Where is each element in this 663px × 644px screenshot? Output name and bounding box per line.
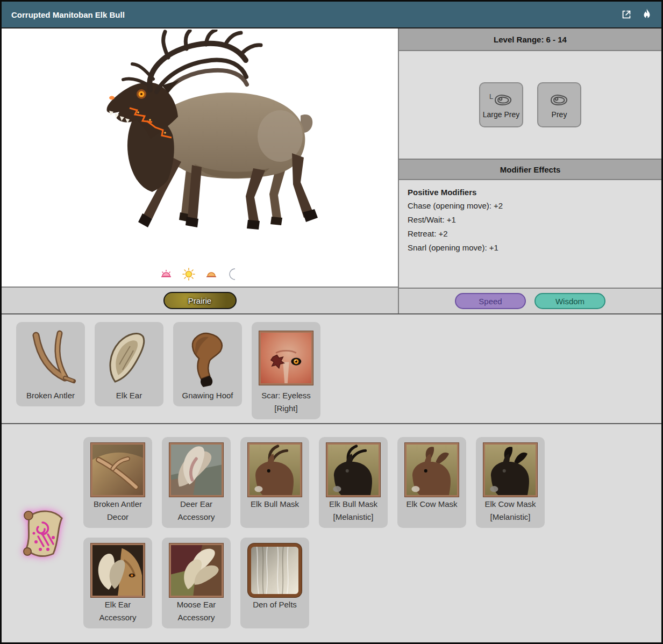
drop-card-elk-ear[interactable]: Elk Ear — [95, 322, 163, 406]
creature-image-panel — [2, 28, 398, 287]
prey-button[interactable]: Prey — [537, 82, 581, 127]
prey-label: Prey — [552, 110, 567, 119]
crafting-section: Broken Antler Decor Deer Ear Accessory — [2, 424, 661, 642]
drops-section: Broken Antler Elk Ear — [2, 314, 661, 424]
drop-label: Scar: Eyeless — [254, 389, 318, 402]
steak-icon — [550, 93, 569, 107]
biome-row: Prairie — [2, 287, 398, 313]
drop-card-scar-eyeless-right[interactable]: Scar: Eyeless [Right] — [252, 322, 320, 419]
steak-icon — [494, 93, 513, 107]
recipe-scroll-icon[interactable] — [12, 503, 73, 563]
corrupted-elk-illustration — [87, 30, 334, 258]
craft-card-den-of-pelts[interactable]: Den of Pelts — [240, 538, 309, 628]
dawn-icon — [159, 267, 173, 281]
elk-ear-accessory-thumbnail — [91, 543, 145, 597]
craft-card-elk-bull-mask-melanistic[interactable]: Elk Bull Mask [Melanistic] — [319, 437, 388, 528]
drop-card-gnawing-hoof[interactable]: Gnawing Hoof — [173, 322, 242, 406]
modifier-effects-header: Modifier Effects — [399, 160, 661, 180]
craft-card-elk-bull-mask[interactable]: Elk Bull Mask — [240, 437, 309, 528]
craft-card-elk-cow-mask-melanistic[interactable]: Elk Cow Mask [Melanistic] — [476, 437, 545, 528]
elk-bull-mask-thumbnail — [248, 443, 302, 497]
craft-card-elk-cow-mask[interactable]: Elk Cow Mask — [397, 437, 466, 528]
stat-buttons-row: Speed Wisdom — [399, 289, 661, 313]
drop-label: Broken Antler — [19, 389, 82, 402]
modifier-effects-body: Positive Modifiers Chase (opening move):… — [399, 180, 661, 289]
biome-button-prairie[interactable]: Prairie — [163, 292, 237, 309]
external-link-icon[interactable] — [621, 9, 632, 20]
prey-types-panel: L Large Prey — [399, 51, 661, 160]
elk-cow-mask-melanistic-thumbnail — [483, 443, 537, 497]
den-of-pelts-thumbnail — [248, 543, 302, 597]
moose-ear-accessory-thumbnail — [169, 543, 223, 597]
active-times-row — [2, 267, 398, 281]
day-icon — [182, 267, 196, 281]
craft-card-deer-ear-accessory[interactable]: Deer Ear Accessory — [162, 437, 231, 528]
elk-cow-mask-thumbnail — [405, 443, 459, 497]
drop-label: Elk Ear — [97, 389, 161, 402]
gnawing-hoof-image — [180, 327, 236, 389]
large-prey-label: Large Prey — [483, 110, 519, 119]
modifier-line: Snarl (opening move): +1 — [408, 243, 653, 252]
creature-codex-page: Corrupted Manitoban Elk Bull — [0, 0, 663, 644]
modifier-line: Chase (opening move): +2 — [408, 201, 653, 210]
deer-ear-accessory-thumbnail — [169, 443, 223, 497]
drop-card-broken-antler[interactable]: Broken Antler — [16, 322, 85, 406]
level-range-header: Level Range: 6 - 14 — [399, 28, 661, 51]
stat-button-wisdom[interactable]: Wisdom — [534, 293, 605, 309]
elk-ear-image — [101, 328, 157, 388]
drop-label: Gnawing Hoof — [176, 389, 239, 402]
scar-eyeless-thumbnail — [259, 331, 313, 385]
large-prey-badge: L — [489, 92, 493, 101]
night-icon — [227, 267, 241, 281]
craftable-items-grid: Broken Antler Decor Deer Ear Accessory — [83, 424, 610, 642]
positive-modifiers-title: Positive Modifiers — [408, 188, 653, 197]
page-title: Corrupted Manitoban Elk Bull — [11, 10, 125, 19]
stat-button-speed[interactable]: Speed — [455, 293, 526, 309]
flame-icon[interactable] — [642, 9, 652, 20]
craft-card-broken-antler-decor[interactable]: Broken Antler Decor — [83, 437, 152, 528]
craft-card-elk-ear-accessory[interactable]: Elk Ear Accessory — [83, 538, 152, 628]
main-panels: Prairie Level Range: 6 - 14 L Large Pre — [2, 28, 661, 314]
title-bar: Corrupted Manitoban Elk Bull — [2, 2, 661, 28]
elk-bull-mask-melanistic-thumbnail — [326, 443, 380, 497]
broken-antler-image — [22, 328, 79, 388]
dusk-icon — [204, 267, 218, 281]
modifier-line: Rest/Wait: +1 — [408, 215, 653, 224]
modifier-line: Retreat: +2 — [408, 229, 653, 238]
craft-card-moose-ear-accessory[interactable]: Moose Ear Accessory — [162, 538, 231, 628]
broken-antler-decor-thumbnail — [91, 443, 145, 497]
large-prey-button[interactable]: L Large Prey — [479, 82, 523, 127]
